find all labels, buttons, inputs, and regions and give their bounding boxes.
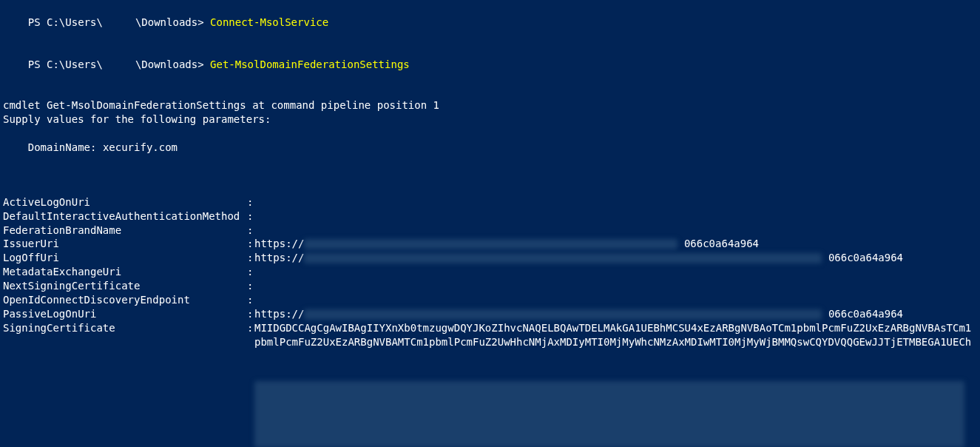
prop-nextsigningcertificate: NextSigningCertificate: — [3, 279, 977, 293]
redacted-cert-segment — [254, 381, 964, 447]
prop-key: LogOffUri — [3, 251, 247, 265]
prop-federationbrandname: FederationBrandName: — [3, 223, 977, 238]
cmdlet-info-line-2: Supply values for the following paramete… — [3, 112, 977, 127]
redacted-username — [103, 58, 135, 72]
prop-separator: : — [247, 321, 254, 335]
prop-separator: : — [247, 195, 254, 209]
prop-key: IssuerUri — [3, 237, 247, 251]
prop-separator: : — [247, 265, 254, 279]
prop-defaultauthmethod: DefaultInteractiveAuthenticationMethod: — [3, 209, 977, 223]
prop-passivelogonuri: PassiveLogOnUri:https:// 066c0a64a964 — [3, 307, 977, 321]
command-getsettings: Get-MsolDomainFederationSettings — [210, 58, 410, 70]
prop-activelogonuri: ActiveLogOnUri: — [3, 195, 977, 209]
prop-value — [254, 293, 977, 307]
prop-separator: : — [247, 237, 254, 251]
prop-logoffuri: LogOffUri:https:// 066c0a64a964 — [3, 251, 977, 265]
prop-value — [254, 209, 977, 223]
prop-openidconnectendpoint: OpenIdConnectDiscoveryEndpoint: — [3, 293, 977, 307]
redacted-url-segment — [304, 309, 822, 320]
prop-separator: : — [247, 223, 254, 238]
cert-line-2: pbmlPcmFuZ2UxEzARBgNVBAMTCm1pbmlPcmFuZ2U… — [3, 335, 977, 349]
prop-key: ActiveLogOnUri — [3, 195, 247, 209]
url-suffix: 066c0a64a964 — [828, 252, 903, 263]
redacted-url-segment — [304, 239, 677, 249]
prompt-line-1: PS C:\Users\ \Downloads> Connect-MsolSer… — [3, 1, 977, 44]
prop-value — [254, 195, 977, 209]
prop-key: SigningCertificate — [3, 321, 247, 335]
prop-value — [254, 265, 977, 279]
prop-value: https:// 066c0a64a964 — [254, 237, 977, 251]
prop-key: PassiveLogOnUri — [3, 307, 247, 321]
prop-separator: : — [247, 279, 254, 293]
prop-separator: : — [247, 307, 254, 321]
command-connect: Connect-MsolService — [210, 16, 328, 28]
url-prefix: https:// — [254, 308, 304, 320]
url-suffix: 066c0a64a964 — [828, 308, 903, 320]
prop-key: MetadataExchangeUri — [3, 265, 247, 279]
prop-value — [254, 223, 977, 238]
prop-key: OpenIdConnectDiscoveryEndpoint — [3, 293, 247, 307]
url-prefix: https:// — [254, 252, 304, 263]
ps-prompt-prefix: PS C:\Users\ — [28, 58, 103, 70]
url-prefix: https:// — [254, 238, 304, 249]
prop-value: https:// 066c0a64a964 — [254, 251, 977, 265]
domain-name-input-line: DomainName: xecurify.com — [3, 127, 977, 169]
domain-name-value: xecurify.com — [103, 141, 178, 153]
prop-value — [254, 279, 977, 293]
prompt-line-2: PS C:\Users\ \Downloads> Get-MsolDomainF… — [3, 44, 977, 86]
prop-separator: : — [247, 209, 254, 223]
url-suffix: 066c0a64a964 — [684, 238, 759, 249]
prop-separator: : — [247, 251, 254, 265]
cert-redacted-block — [3, 349, 977, 447]
redacted-url-segment — [304, 253, 822, 263]
prop-separator: : — [247, 293, 254, 307]
cmdlet-info-line-1: cmdlet Get-MsolDomainFederationSettings … — [3, 98, 977, 112]
ps-prompt-prefix: PS C:\Users\ — [28, 16, 103, 28]
prop-metadataexchangeuri: MetadataExchangeUri: — [3, 265, 977, 279]
prop-key: DefaultInteractiveAuthenticationMethod — [3, 209, 247, 223]
prop-signingcertificate: SigningCertificate:MIIDGDCCAgCgAwIBAgIIY… — [3, 321, 977, 335]
terminal-output[interactable]: PS C:\Users\ \Downloads> Connect-MsolSer… — [3, 1, 977, 447]
ps-prompt-suffix: \Downloads> — [135, 16, 204, 28]
ps-prompt-suffix: \Downloads> — [135, 58, 204, 70]
prop-key: NextSigningCertificate — [3, 279, 247, 293]
prop-value: https:// 066c0a64a964 — [254, 307, 977, 321]
prop-issueruri: IssuerUri:https:// 066c0a64a964 — [3, 237, 977, 251]
prop-key: FederationBrandName — [3, 223, 247, 238]
domain-name-label: DomainName: — [28, 141, 97, 153]
cert-line-1: MIIDGDCCAgCgAwIBAgIIYXnXb0tmzugwDQYJKoZI… — [254, 321, 977, 335]
redacted-username — [103, 16, 135, 30]
